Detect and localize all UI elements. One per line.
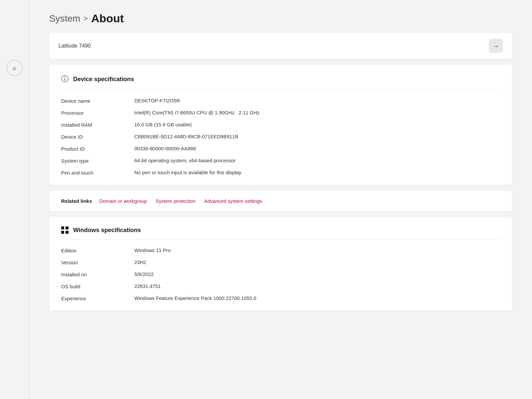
win-spec-label-1: Version [61, 259, 134, 265]
device-specs-card: ⓘ Device specifications Device name DESK… [49, 65, 512, 185]
info-icon: ⓘ [61, 74, 68, 84]
device-name-label: Latitude 7490 [59, 43, 91, 49]
related-links-card: Related links Domain or workgroup System… [49, 191, 512, 211]
spec-label-5: System type [61, 158, 134, 164]
domain-workgroup-link[interactable]: Domain or workgroup [99, 198, 147, 204]
win-spec-label-4: Experience [61, 295, 134, 301]
device-specs-grid: Device name DESKTOP-F7I2O5R Processor In… [61, 98, 500, 176]
search-button[interactable]: ⌕ [7, 60, 23, 76]
breadcrumb: System > About [49, 12, 512, 25]
windows-icon [61, 226, 68, 234]
related-links-label: Related links [61, 198, 92, 204]
device-specs-title: Device specifications [73, 76, 134, 83]
win-spec-value-0: Windows 11 Pro [134, 247, 500, 253]
spec-label-6: Pen and touch [61, 170, 134, 176]
device-name-bar: Latitude 7490 → [49, 33, 512, 59]
search-icon: ⌕ [13, 65, 16, 71]
win-spec-value-1: 23H2 [134, 259, 500, 265]
spec-value-1: Intel(R) Core(TM) i7-8650U CPU @ 1.90GHz… [134, 110, 500, 116]
windows-specs-card: Windows specifications Edition Windows 1… [49, 217, 512, 311]
spec-label-3: Device ID [61, 134, 134, 140]
win-spec-label-2: Installed on [61, 271, 134, 277]
system-protection-link[interactable]: System protection [156, 198, 196, 204]
spec-value-0: DESKTOP-F7I2O5R [134, 98, 500, 104]
breadcrumb-system: System [49, 13, 80, 24]
spec-value-6: No pen or touch input is available for t… [134, 170, 500, 176]
win-spec-label-3: OS build [61, 283, 134, 289]
win-spec-label-0: Edition [61, 247, 134, 253]
win-spec-value-3: 22631.4751 [134, 283, 500, 289]
spec-label-2: Installed RAM [61, 122, 134, 128]
windows-specs-header: Windows specifications [61, 226, 500, 239]
rename-button[interactable]: → [489, 39, 503, 53]
device-specs-header: ⓘ Device specifications [61, 74, 500, 90]
breadcrumb-about: About [91, 12, 124, 25]
main-layout: ⌕ System > About Latitude 7490 → ⓘ Devic… [0, 0, 532, 399]
win-spec-value-2: 5/6/2022 [134, 271, 500, 277]
advanced-system-settings-link[interactable]: Advanced system settings [204, 198, 262, 204]
spec-label-0: Device name [61, 98, 134, 104]
spec-value-4: 00330-80000-00000-AA888 [134, 146, 500, 152]
win-spec-value-4: Windows Feature Experience Pack 1000.227… [134, 295, 500, 301]
spec-label-1: Processor [61, 110, 134, 116]
sidebar: ⌕ [0, 0, 29, 399]
rename-icon: → [492, 42, 499, 50]
windows-specs-grid: Edition Windows 11 Pro Version 23H2 Inst… [61, 247, 500, 301]
windows-specs-title: Windows specifications [73, 227, 141, 234]
spec-label-4: Product ID [61, 146, 134, 152]
spec-value-5: 64-bit operating system, x64-based proce… [134, 158, 500, 164]
breadcrumb-chevron: > [83, 14, 88, 23]
main-content: System > About Latitude 7490 → ⓘ Device … [29, 0, 532, 399]
spec-value-2: 16.0 GB (15.9 GB usable) [134, 122, 500, 128]
spec-value-3: C6B091BE-5D12-448D-89CB-071EED9B911B [134, 134, 500, 140]
